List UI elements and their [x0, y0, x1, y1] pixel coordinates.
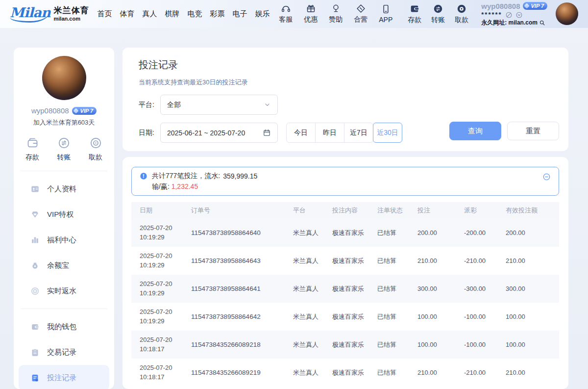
withdraw-icon — [456, 3, 467, 14]
sidebar-item-yuebao[interactable]: 余额宝 — [19, 253, 109, 278]
nav-entertainment[interactable]: 娱乐 — [255, 9, 270, 19]
nav-live[interactable]: 真人 — [143, 9, 157, 19]
range-7d-button[interactable]: 近7日 — [344, 123, 373, 143]
summary-total: 共计777笔投注，流水: — [152, 172, 220, 181]
range-today-button[interactable]: 今日 — [286, 123, 316, 143]
filter-card: 投注记录 当前系统支持查询最近30日的投注记录 平台: 全部 日期: 2025-… — [122, 48, 568, 151]
summary-turnover: 359,999.15 — [223, 172, 257, 180]
app-link[interactable]: APP — [375, 4, 396, 24]
magnifier-icon[interactable] — [539, 20, 545, 26]
logo-domain: milan.com — [54, 16, 89, 22]
vip-gem-icon — [30, 210, 40, 219]
col-date: 日期 — [131, 206, 191, 215]
nav-esports[interactable]: 电竞 — [188, 9, 202, 19]
sidebar-item-wallet[interactable]: 我的钱包 — [19, 314, 109, 339]
col-platform: 平台 — [293, 206, 332, 215]
sidebar-item-profile[interactable]: 个人资料 — [19, 176, 109, 202]
sidebar-menu-secondary: 我的钱包 交易记录 投注记录 — [14, 309, 114, 389]
sidebar-item-welfare[interactable]: 福利中心 — [19, 227, 109, 253]
withdraw-link[interactable]: 取款 — [451, 3, 472, 25]
range-yesterday-button[interactable]: 昨日 — [315, 123, 344, 143]
promo-link[interactable]: 优惠 — [300, 3, 321, 24]
col-order: 订单号 — [191, 206, 293, 215]
gift-icon — [306, 3, 316, 14]
permanent-url: 永久网址: milan.com — [481, 19, 538, 27]
bet-record-icon — [30, 373, 40, 383]
headset-icon — [281, 3, 291, 14]
vip-badge[interactable]: VIP 7 — [523, 2, 548, 10]
table-row: 2025-07-2010:19:29 1154738738958864643 米… — [131, 247, 559, 275]
wallet-icon — [30, 322, 40, 332]
sponsor-icon — [331, 3, 341, 14]
table-row: 2025-07-2010:19:29 1154738738958864640 米… — [131, 219, 559, 247]
nav-chess[interactable]: 棋牌 — [165, 9, 180, 19]
joined-days: 加入米兰体育第603天 — [14, 118, 114, 127]
calendar-icon — [263, 129, 271, 137]
nav-home[interactable]: 首页 — [98, 9, 112, 19]
eye-off-icon[interactable] — [505, 11, 513, 19]
wallet-icon — [26, 136, 39, 150]
topbar-username: wyp080808 — [481, 1, 520, 11]
rebate-icon — [30, 286, 40, 296]
col-status: 注单状态 — [377, 206, 417, 215]
sidebar: wyp080808 VIP 7 加入米兰体育第603天 存款 转账 取款 个人资… — [14, 48, 114, 389]
chevron-circle-icon[interactable] — [515, 11, 523, 19]
nav-sports[interactable]: 体育 — [120, 9, 135, 19]
user-avatar[interactable] — [556, 2, 578, 25]
platform-label: 平台: — [139, 101, 160, 109]
col-payout: 派彩 — [464, 206, 506, 215]
sidebar-item-bet-records[interactable]: 投注记录 — [19, 365, 109, 389]
sidebar-item-vip[interactable]: VIP特权 — [19, 202, 109, 227]
partner-icon — [356, 3, 366, 14]
quick-withdraw[interactable]: 取款 — [89, 136, 102, 162]
piggy-bank-icon — [30, 261, 40, 270]
withdraw-icon — [89, 136, 102, 150]
id-card-icon — [30, 184, 40, 194]
logo-name-cn: 米兰体育 — [54, 6, 89, 16]
sidebar-item-transactions[interactable]: 交易记录 — [19, 339, 109, 365]
table-row: 2025-07-2010:19:29 1154738738958864642 米… — [131, 303, 559, 331]
table-row: 2025-07-2010:18:17 1154738435266089219 米… — [131, 359, 559, 387]
clipboard-icon — [30, 348, 40, 357]
main-nav: 首页 体育 真人 棋牌 电竞 彩票 电子 娱乐 — [98, 9, 270, 19]
deposit-link[interactable]: 存款 — [404, 3, 425, 25]
service-link[interactable]: 客服 — [275, 3, 296, 24]
site-logo[interactable]: Milan 米兰体育 milan.com — [10, 6, 89, 23]
transfer-icon — [57, 136, 71, 150]
range-30d-button[interactable]: 近30日 — [373, 123, 402, 143]
profile-avatar[interactable] — [42, 56, 86, 100]
reset-button[interactable]: 重置 — [507, 122, 559, 140]
sidebar-vip-badge[interactable]: VIP 7 — [72, 107, 97, 115]
app-icon — [381, 4, 391, 14]
masked-balance: ****** — [481, 11, 502, 19]
nav-lottery[interactable]: 彩票 — [210, 9, 225, 19]
logo-wordmark: Milan — [10, 6, 50, 23]
sponsor-link[interactable]: 赞助 — [325, 3, 346, 24]
table-header-row: 日期 订单号 平台 投注内容 注单状态 投注 派彩 有效投注额 — [131, 202, 559, 219]
nav-slots[interactable]: 电子 — [233, 9, 247, 19]
summary-banner: 共计777笔投注，流水: 359,999.15 输/赢: 1,232.45 — [131, 167, 559, 196]
page-subtitle: 当前系统支持查询最近30日的投注记录 — [139, 78, 559, 87]
table-row: 2025-07-2010:19:29 1154738738958864641 米… — [131, 275, 559, 303]
col-bet: 投注 — [417, 206, 464, 215]
col-content: 投注内容 — [332, 206, 377, 215]
platform-select[interactable]: 全部 — [160, 95, 278, 115]
transfer-link[interactable]: 转账 — [428, 3, 448, 25]
query-button[interactable]: 查询 — [449, 122, 501, 140]
sidebar-item-rebate[interactable]: 实时返水 — [19, 278, 109, 304]
winloss-label: 输/赢: — [152, 182, 170, 190]
quick-transfer[interactable]: 转账 — [57, 136, 71, 162]
page-title: 投注记录 — [139, 58, 559, 72]
table-row: 2025-07-2010:18:17 1154738435266089218 米… — [131, 331, 559, 359]
user-meta: wyp080808 VIP 7 ****** 永久网址: milan.com — [481, 1, 547, 27]
transfer-icon — [433, 3, 443, 14]
quick-deposit[interactable]: 存款 — [25, 136, 39, 162]
collapse-summary-button[interactable] — [542, 173, 551, 181]
sidebar-username: wyp080808 — [31, 106, 69, 115]
platform-filter-row: 平台: 全部 — [139, 95, 559, 115]
date-range-input[interactable]: 2025-06-21 ~ 2025-07-20 — [160, 123, 278, 143]
col-valid: 有效投注额 — [506, 206, 559, 215]
quick-actions: 存款 转账 取款 — [14, 127, 114, 171]
sidebar-menu-primary: 个人资料 VIP特权 福利中心 余额宝 实时返水 — [14, 171, 114, 304]
partner-link[interactable]: 合营 — [350, 3, 371, 24]
